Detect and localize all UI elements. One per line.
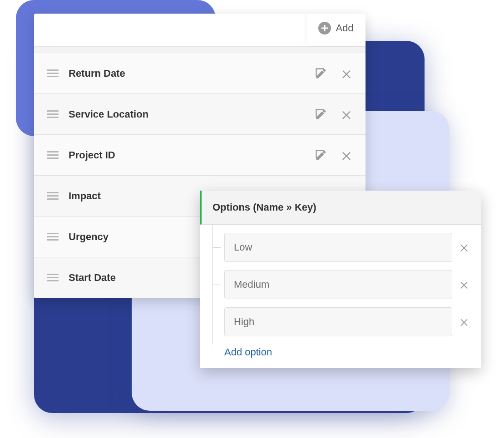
field-label: Return Date: [69, 68, 315, 79]
option-name-input[interactable]: [234, 241, 443, 253]
drag-handle-icon[interactable]: [47, 69, 59, 77]
field-label: Service Location: [69, 108, 315, 120]
add-option-link[interactable]: Add option: [224, 346, 272, 358]
close-icon[interactable]: [459, 316, 469, 327]
drag-handle-icon[interactable]: [47, 274, 59, 281]
edit-icon[interactable]: [315, 149, 327, 162]
drag-handle-icon[interactable]: [47, 110, 59, 118]
add-field-label: Add: [336, 22, 353, 34]
close-icon[interactable]: [340, 67, 353, 80]
close-icon[interactable]: [340, 108, 353, 121]
add-field-button[interactable]: Add: [306, 14, 366, 45]
list-top-bar: [34, 47, 366, 53]
option-name-input[interactable]: [234, 316, 443, 328]
field-row[interactable]: Return Date: [34, 53, 366, 94]
options-tree-rail: [200, 225, 224, 344]
drag-handle-icon[interactable]: [47, 233, 59, 241]
options-header-label: Options (Name » Key): [212, 202, 316, 213]
close-icon[interactable]: [459, 242, 469, 253]
plus-icon: [318, 22, 331, 34]
options-header: Options (Name » Key): [200, 191, 481, 225]
field-row[interactable]: Project ID: [34, 135, 366, 176]
close-icon[interactable]: [459, 279, 469, 290]
field-label: Project ID: [69, 149, 315, 161]
drag-handle-icon[interactable]: [47, 192, 59, 200]
drag-handle-icon[interactable]: [47, 151, 59, 159]
option-input-wrap[interactable]: [224, 233, 452, 262]
edit-icon[interactable]: [315, 108, 327, 121]
option-row: [224, 270, 475, 299]
field-row[interactable]: Service Location: [34, 94, 366, 135]
edit-icon[interactable]: [315, 67, 327, 80]
close-icon[interactable]: [340, 149, 353, 162]
option-input-wrap[interactable]: [224, 307, 452, 336]
option-input-wrap[interactable]: [224, 270, 452, 299]
option-row: [224, 233, 475, 262]
options-popover: Options (Name » Key): [200, 191, 481, 368]
option-name-input[interactable]: [234, 279, 443, 290]
option-row: [224, 307, 475, 336]
